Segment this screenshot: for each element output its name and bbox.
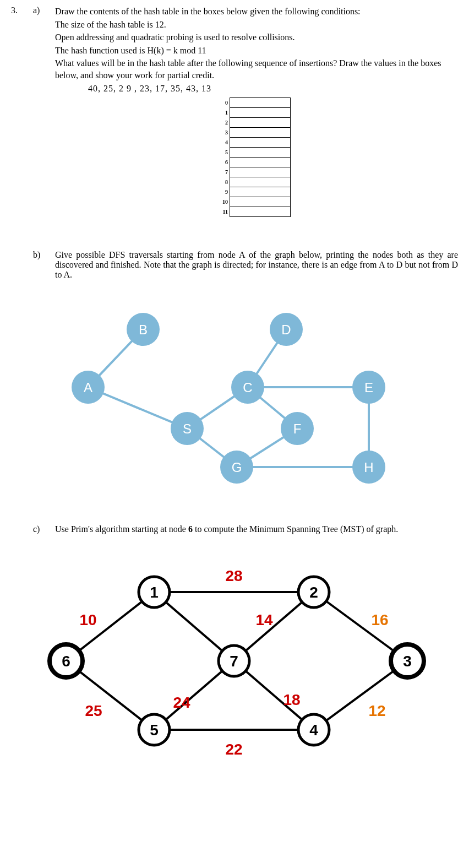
- hash-cell-1: [230, 108, 291, 118]
- part-a-header: 3. a) Draw the contents of the hash tabl…: [11, 6, 458, 217]
- part-b-header: b) Give possible DFS traversals starting…: [11, 250, 458, 280]
- row-label: 4: [222, 138, 230, 148]
- row-label: 3: [222, 128, 230, 138]
- node-7: 7: [219, 645, 249, 676]
- insertion-sequence: 40, 25, 2 9 , 23, 17, 35, 43, 13: [88, 83, 458, 95]
- svg-text:4: 4: [309, 721, 318, 739]
- part-b-label: b): [33, 250, 55, 260]
- svg-text:3: 3: [403, 653, 412, 670]
- hash-cell-11: [230, 207, 291, 217]
- part-a-body: Draw the contents of the hash table in t…: [55, 6, 458, 217]
- node-H: H: [352, 451, 385, 484]
- part-c-text: Use Prim's algorithm starting at node 6 …: [55, 524, 458, 534]
- node-G: G: [220, 451, 253, 484]
- hash-cell-2: [230, 118, 291, 128]
- part-a-line-3: The hash function used is H(k) = k mod 1…: [55, 45, 458, 57]
- node-4: 4: [298, 714, 329, 745]
- node-F: F: [281, 412, 314, 445]
- node-B: B: [127, 313, 160, 346]
- svg-text:D: D: [281, 322, 291, 337]
- row-label: 8: [222, 177, 230, 187]
- prim-graph: .pedge { stroke:#000; stroke-width:4; } …: [28, 545, 458, 757]
- row-label: 6: [222, 158, 230, 167]
- part-a-line-4: What values will be in the hash table af…: [55, 57, 458, 81]
- svg-text:S: S: [183, 421, 192, 436]
- svg-text:6: 6: [62, 653, 70, 670]
- svg-text:2: 2: [309, 584, 318, 601]
- hash-cell-3: [230, 128, 291, 138]
- svg-text:H: H: [364, 460, 373, 475]
- hash-cell-5: [230, 148, 291, 158]
- part-c-prefix: Use Prim's algorithm starting at node: [55, 524, 188, 534]
- node-1: 1: [139, 577, 170, 607]
- row-label: 11: [222, 207, 230, 217]
- dfs-graph: .ntxt { font: 24px Arial, sans-serif; fi…: [28, 291, 458, 491]
- row-label: 1: [222, 108, 230, 118]
- row-label: 5: [222, 148, 230, 158]
- svg-text:5: 5: [150, 721, 159, 739]
- part-c-bold: 6: [188, 524, 193, 534]
- row-label: 2: [222, 118, 230, 128]
- svg-text:G: G: [232, 460, 242, 475]
- part-a-label: a): [33, 6, 55, 15]
- node-3: 3: [391, 644, 424, 677]
- hash-cell-9: [230, 187, 291, 197]
- part-b-text: Give possible DFS traversals starting fr…: [55, 250, 458, 280]
- part-c-header: c) Use Prim's algorithm starting at node…: [11, 524, 458, 534]
- hash-cell-10: [230, 197, 291, 207]
- edge-weight: 25: [85, 702, 102, 719]
- hash-table: 0 1 2 3 4 5 6 7 8 9 10 11: [222, 97, 291, 217]
- hash-cell-6: [230, 158, 291, 167]
- node-D: D: [270, 313, 303, 346]
- svg-text:1: 1: [150, 584, 159, 601]
- node-C: C: [231, 371, 264, 404]
- edge-weight: 12: [368, 702, 385, 719]
- edge-weight: 16: [371, 611, 388, 628]
- svg-text:F: F: [293, 421, 302, 436]
- edge-weight: 24: [173, 694, 190, 711]
- row-label: 7: [222, 167, 230, 177]
- node-S: S: [171, 412, 204, 445]
- svg-text:A: A: [84, 380, 92, 395]
- svg-text:E: E: [364, 380, 373, 395]
- edge-weight: 14: [255, 611, 273, 628]
- hash-cell-8: [230, 177, 291, 187]
- node-6: 6: [50, 644, 83, 677]
- edge-weight: 18: [283, 691, 300, 708]
- part-a-line-0: Draw the contents of the hash table in t…: [55, 6, 458, 18]
- node-2: 2: [298, 577, 329, 607]
- edge-weight: 22: [225, 741, 242, 755]
- question-number: 3.: [11, 6, 33, 15]
- part-c-label: c): [33, 524, 55, 534]
- row-label: 9: [222, 187, 230, 197]
- row-label: 10: [222, 197, 230, 207]
- hash-cell-7: [230, 167, 291, 177]
- node-5: 5: [139, 714, 170, 745]
- svg-text:7: 7: [230, 653, 238, 670]
- part-a-line-1: The size of the hash table is 12.: [55, 19, 458, 31]
- row-label: 0: [222, 98, 230, 108]
- edge-weight: 28: [225, 567, 242, 584]
- node-A: A: [72, 371, 105, 404]
- part-c-suffix: to compute the Minimum Spanning Tree (MS…: [193, 524, 398, 534]
- node-E: E: [352, 371, 385, 404]
- svg-text:B: B: [139, 322, 148, 337]
- svg-text:C: C: [243, 380, 252, 395]
- hash-cell-4: [230, 138, 291, 148]
- hash-cell-0: [230, 98, 291, 108]
- part-a-line-2: Open addressing and quadratic probing is…: [55, 31, 458, 44]
- edge-weight: 10: [79, 611, 96, 628]
